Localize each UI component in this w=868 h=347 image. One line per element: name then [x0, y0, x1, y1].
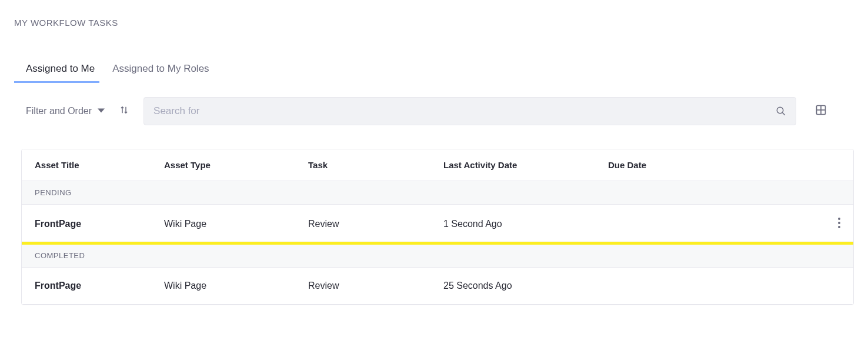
cell-last-activity: 25 Seconds Ago: [443, 281, 608, 291]
svg-point-5: [838, 218, 840, 220]
tabs: Assigned to Me Assigned to My Roles: [14, 63, 854, 83]
cards-view-icon: [815, 104, 827, 118]
cell-task: Review: [308, 219, 443, 229]
svg-point-7: [838, 226, 840, 228]
sort-arrows-icon: [119, 105, 129, 118]
row-actions-button[interactable]: [838, 218, 840, 231]
group-pending: PENDING: [22, 181, 853, 205]
cell-task: Review: [308, 281, 443, 291]
cell-last-activity: 1 Second Ago: [443, 219, 608, 229]
svg-point-0: [777, 107, 783, 114]
svg-point-6: [838, 222, 840, 224]
search-input[interactable]: [153, 105, 776, 117]
cell-asset-title: FrontPage: [35, 281, 164, 291]
view-grid-button[interactable]: [815, 104, 827, 118]
filter-order-dropdown[interactable]: Filter and Order: [26, 106, 105, 116]
cell-asset-title: FrontPage: [35, 219, 164, 229]
col-last-activity[interactable]: Last Activity Date: [443, 160, 608, 170]
col-asset-title[interactable]: Asset Title: [35, 160, 164, 170]
col-asset-type[interactable]: Asset Type: [164, 160, 308, 170]
cell-asset-type: Wiki Page: [164, 219, 308, 229]
toolbar: Filter and Order: [14, 97, 854, 125]
tab-assigned-to-roles[interactable]: Assigned to My Roles: [112, 63, 209, 83]
task-table: Asset Title Asset Type Task Last Activit…: [21, 149, 854, 305]
caret-down-icon: [98, 106, 105, 116]
search-icon[interactable]: [776, 106, 786, 116]
group-completed: COMPLETED: [22, 244, 853, 268]
table-row[interactable]: FrontPage Wiki Page Review 25 Seconds Ag…: [22, 268, 853, 305]
cell-asset-type: Wiki Page: [164, 281, 308, 291]
sort-toggle-button[interactable]: [119, 105, 129, 118]
search-box: [143, 97, 796, 125]
kebab-icon: [838, 218, 840, 231]
table-row[interactable]: FrontPage Wiki Page Review 1 Second Ago: [22, 205, 853, 244]
table-header: Asset Title Asset Type Task Last Activit…: [22, 149, 853, 181]
page-title: MY WORKFLOW TASKS: [14, 18, 854, 28]
tab-assigned-to-me[interactable]: Assigned to Me: [26, 63, 95, 83]
col-task[interactable]: Task: [308, 160, 443, 170]
col-due-date[interactable]: Due Date: [608, 160, 773, 170]
filter-order-label: Filter and Order: [26, 106, 92, 116]
svg-line-1: [782, 112, 785, 115]
